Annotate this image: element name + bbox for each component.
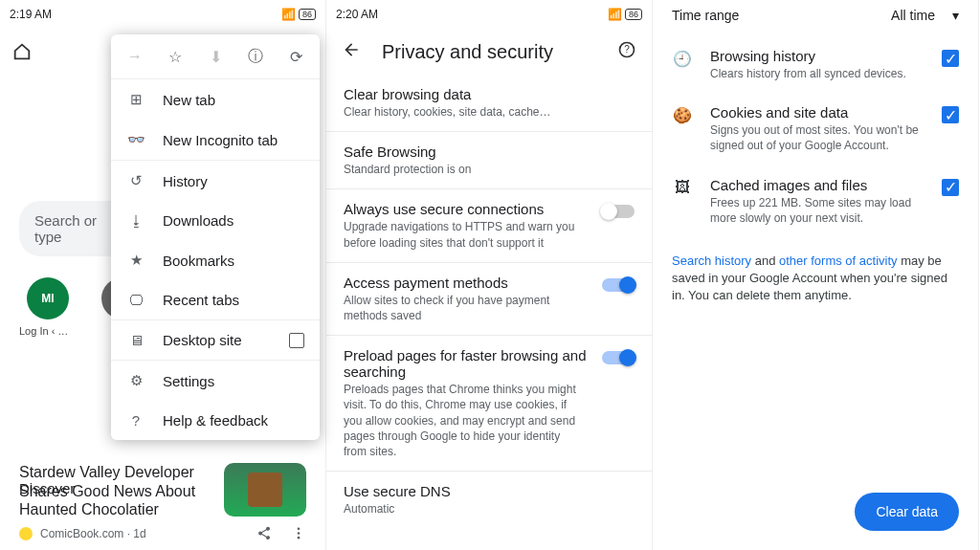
home-icon[interactable] [11,41,33,62]
menu-history[interactable]: ↺History [111,161,320,201]
data-type-row[interactable]: 🖼Cached images and filesFrees up 221 MB.… [653,165,978,237]
menu-settings[interactable]: ⚙Settings [111,361,320,401]
svg-point-1 [298,532,301,535]
toggle-switch[interactable] [602,205,635,218]
svg-point-2 [298,537,301,539]
battery-level: 86 [625,9,642,20]
setting-title: Safe Browsing [344,143,635,160]
svg-text:?: ? [624,44,630,55]
bookmark-icon[interactable]: ☆ [165,46,186,67]
overflow-menu: → ☆ ⬇ ⓘ ⟳ ⊞New tab 👓New Incognito tab ↺H… [111,34,320,440]
info-icon[interactable]: ⓘ [245,46,266,67]
signal-icon: 📶 [608,8,622,21]
setting-title: Access payment methods [344,275,590,291]
activity-link[interactable]: other forms of activity [779,253,898,268]
clear-data-button[interactable]: Clear data [855,493,959,531]
share-icon[interactable] [256,524,272,542]
status-icons: 📶 86 [608,8,642,21]
menu-recent-tabs[interactable]: 🖵Recent tabs [111,280,320,319]
setting-row[interactable]: Always use secure connectionsUpgrade nav… [326,189,652,262]
page-header: Privacy and security ? [326,29,652,75]
menu-help[interactable]: ?Help & feedback [111,401,320,440]
setting-title: Use secure DNS [344,483,635,499]
note-text: Search history and other forms of activi… [653,237,978,320]
gear-icon: ⚙ [126,372,145,389]
setting-row[interactable]: Safe BrowsingStandard protection is on [326,132,652,189]
forward-icon[interactable]: → [124,46,145,67]
toggle-switch[interactable] [602,278,635,292]
shortcut-site[interactable]: MI Log In ‹ Mo… [19,277,77,337]
setting-sub: Upgrade navigations to HTTPS and warn yo… [344,219,590,250]
data-type-row[interactable]: 🍪Cookies and site dataSigns you out of m… [653,93,978,165]
checkbox-checked[interactable]: ✓ [942,179,959,196]
battery-level: 86 [299,9,316,20]
status-time: 2:19 AM [10,8,52,21]
data-type-title: Cookies and site data [710,104,924,121]
data-type-row[interactable]: 🕘Browsing historyClears history from all… [653,36,978,93]
setting-title: Clear browsing data [344,86,635,102]
new-tab-icon: ⊞ [126,91,145,108]
menu-incognito[interactable]: 👓New Incognito tab [111,120,320,160]
statusbar: 2:19 AM 📶 86 [0,0,325,29]
chevron-down-icon: ▾ [952,8,959,23]
menu-downloads[interactable]: ⭳Downloads [111,201,320,240]
data-type-title: Cached images and files [710,177,924,193]
svg-point-0 [298,528,301,531]
menu-new-tab[interactable]: ⊞New tab [111,79,320,120]
data-type-sub: Frees up 221 MB. Some sites may load mor… [710,195,924,226]
article-thumbnail [224,463,306,517]
setting-row[interactable]: Clear browsing dataClear history, cookie… [326,75,652,132]
menu-desktop-site[interactable]: 🖥Desktop site [111,320,320,360]
site-favicon: MI [27,277,69,319]
refresh-icon[interactable]: ⟳ [285,46,306,67]
status-time: 2:20 AM [336,8,378,21]
checkbox-checked[interactable]: ✓ [942,50,959,67]
time-range-label: Time range [672,8,739,23]
incognito-icon: 👓 [126,131,145,148]
setting-sub: Allow sites to check if you have payment… [344,293,590,323]
checkbox-checked[interactable]: ✓ [942,106,959,123]
panel-privacy-security: 2:20 AM 📶 86 Privacy and security ? Clea… [326,0,653,550]
setting-row[interactable]: Use secure DNSAutomatic [326,472,652,528]
setting-sub: Automatic [344,501,635,517]
setting-sub: Standard protection is on [344,162,635,177]
setting-row[interactable]: Access payment methodsAllow sites to che… [326,263,652,336]
time-range-value: All time [891,8,935,23]
help-icon: ? [126,412,145,429]
setting-title: Preload pages for faster browsing and se… [344,347,590,380]
status-icons: 📶 86 [281,8,316,21]
recent-icon: 🖵 [126,292,145,308]
setting-title: Always use secure connections [344,201,590,217]
data-type-icon: 🍪 [672,106,693,124]
data-type-title: Browsing history [710,48,924,64]
panel-chrome-menu: 2:19 AM 📶 86 Search or type MI Log In ‹ … [0,0,326,550]
toggle-switch[interactable] [602,351,635,364]
data-type-sub: Clears history from all synced devices. [710,66,924,81]
setting-sub: Clear history, cookies, site data, cache… [344,104,635,120]
time-range-row[interactable]: Time range All time ▾ [653,0,978,36]
source-favicon [19,527,33,540]
setting-row[interactable]: Preload pages for faster browsing and se… [326,336,652,472]
back-icon[interactable] [342,40,361,63]
more-icon[interactable] [291,524,306,542]
desktop-checkbox[interactable] [289,333,304,348]
data-type-sub: Signs you out of most sites. You won't b… [710,122,924,153]
history-icon: ↺ [126,172,145,189]
help-icon[interactable]: ? [617,40,636,63]
panel-clear-data: Time range All time ▾ 🕘Browsing historyC… [653,0,979,550]
desktop-icon: 🖥 [126,332,145,348]
setting-sub: Preloads pages that Chrome thinks you mi… [344,382,590,459]
menu-bookmarks[interactable]: ★Bookmarks [111,240,320,280]
statusbar: 2:20 AM 📶 86 [326,0,652,29]
data-type-icon: 🖼 [672,179,693,196]
article-title: Stardew Valley Developer Shares Good New… [19,463,214,518]
bookmarks-icon: ★ [126,252,145,269]
downloads-icon: ⭳ [126,212,145,229]
search-history-link[interactable]: Search history [672,253,751,268]
signal-icon: 📶 [281,8,296,21]
data-type-icon: 🕘 [672,50,693,68]
article-card[interactable]: Stardew Valley Developer Shares Good New… [0,455,325,550]
page-title: Privacy and security [382,41,596,63]
article-source: ComicBook.com · 1d [40,527,146,540]
download-icon[interactable]: ⬇ [205,46,226,67]
